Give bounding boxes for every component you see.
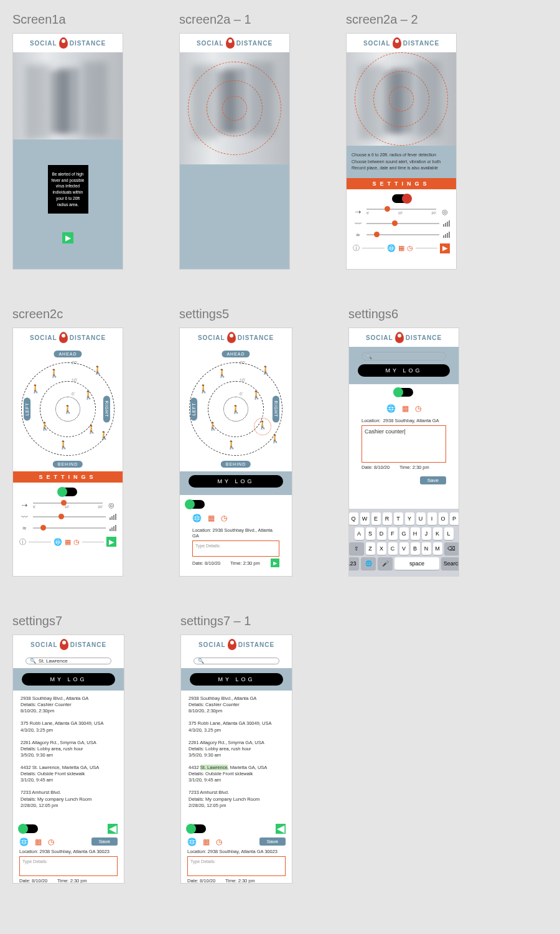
radar-view: AHEAD BEHIND LEFT RIGHT 6' 10' 20' 🚶 🚶 🚶… bbox=[13, 347, 123, 471]
log-item[interactable]: 4432 St. Lawrence, Marietta GA, USADetai… bbox=[21, 765, 116, 783]
vibration-slider[interactable]: ≈ bbox=[353, 231, 450, 238]
power-toggle[interactable] bbox=[58, 488, 77, 496]
app-logo: SOCIALDISTANCE bbox=[349, 328, 459, 347]
settings-header[interactable]: SETTINGS bbox=[347, 178, 456, 189]
keyboard[interactable]: QWERTYUIOP ASDFGHJKL ⇧ZXCVBNM⌫ 123🌐🎤spac… bbox=[349, 509, 459, 576]
log-list: 2938 Southbay Blvd., Atlanta GADetails: … bbox=[181, 691, 292, 820]
save-button[interactable]: Save bbox=[420, 476, 446, 484]
log-item[interactable]: 2261 Allagory Rd., Smyrna GA, USADetails… bbox=[189, 740, 284, 758]
globe-icon[interactable]: 🌐 bbox=[192, 514, 202, 522]
clock-icon[interactable]: ◷ bbox=[415, 404, 421, 413]
screen-label: Screen1a bbox=[12, 12, 123, 27]
clock-icon[interactable]: ◷ bbox=[407, 244, 413, 252]
screen-label: screen2a – 2 bbox=[346, 12, 457, 27]
app-logo: SOCIALDISTANCE bbox=[180, 328, 292, 347]
pin-icon bbox=[59, 332, 68, 343]
mylog-header[interactable]: MY LOG bbox=[358, 364, 450, 377]
alert-person-icon: 🚶 bbox=[258, 420, 268, 430]
details-input[interactable]: Cashier counter| bbox=[362, 425, 446, 463]
screen-settings7: SOCIALDISTANCE 🔍 St. Lawrence MY LOG 293… bbox=[12, 634, 124, 884]
info-icon[interactable]: ⓘ bbox=[353, 243, 360, 253]
log-item[interactable]: 7233 Amhurst Blvd.Details: My company Lu… bbox=[21, 790, 116, 808]
backspace-key: ⌫ bbox=[444, 542, 459, 555]
back-button[interactable]: ◀ bbox=[276, 824, 286, 834]
log-item[interactable]: 2261 Allagory Rd., Smyrna GA, USADetails… bbox=[21, 740, 116, 758]
log-toggle[interactable] bbox=[394, 388, 413, 397]
info-icon[interactable]: ⓘ bbox=[19, 537, 26, 547]
clock-icon[interactable]: ◷ bbox=[221, 514, 227, 522]
clock-icon[interactable]: ◷ bbox=[48, 837, 54, 846]
search-input[interactable]: 🔍 bbox=[194, 658, 279, 664]
screen-label: settings6 bbox=[348, 307, 459, 321]
log-item[interactable]: 2938 Southbay Blvd., Atlanta GADetails: … bbox=[21, 696, 116, 714]
app-logo: SOCIALDISTANCE bbox=[180, 34, 289, 52]
globe-icon[interactable]: 🌐 bbox=[19, 837, 29, 846]
people-icon: ⇢ bbox=[19, 501, 29, 509]
globe-icon[interactable]: 🌐 bbox=[187, 837, 197, 846]
radius-slider[interactable]: ⇢ 6'10'20' ◎ bbox=[353, 208, 450, 216]
screen-2a-1: SOCIALDISTANCE bbox=[179, 33, 290, 270]
sound-icon: 〰 bbox=[353, 220, 363, 227]
target-icon: ◎ bbox=[440, 208, 450, 216]
dir-ahead: AHEAD bbox=[54, 351, 82, 357]
save-button[interactable]: Save bbox=[259, 837, 286, 846]
screen-settings6: SOCIALDISTANCE 🔍 MY LOG 🌐▦◷ Location: 29… bbox=[348, 328, 459, 577]
log-toggle[interactable] bbox=[186, 500, 205, 509]
details-input[interactable]: Type Details: bbox=[19, 856, 118, 876]
log-item[interactable]: 4432 St. Lawrence, Marietta GA, USADetai… bbox=[189, 765, 284, 783]
details-input[interactable]: Type Details: bbox=[187, 856, 286, 876]
save-button[interactable]: Save bbox=[91, 837, 118, 846]
mylog-header[interactable]: MY LOG bbox=[190, 673, 283, 686]
clock-icon[interactable]: ◷ bbox=[216, 837, 222, 846]
screen-label: screen2c bbox=[12, 307, 123, 321]
location-value: 2938 Southbay, Atlanta GA 30023 bbox=[208, 849, 278, 854]
calendar-icon[interactable]: ▦ bbox=[203, 837, 210, 846]
calendar-icon[interactable]: ▦ bbox=[398, 244, 404, 252]
details-input[interactable]: Type Details: bbox=[192, 540, 279, 557]
globe-icon[interactable]: 🌐 bbox=[54, 538, 62, 546]
log-item[interactable]: 7233 Amhurst Blvd.Details: My company Lu… bbox=[189, 790, 284, 808]
app-logo: SOCIALDISTANCE bbox=[13, 328, 123, 347]
mylog-header[interactable]: MY LOG bbox=[189, 475, 283, 488]
sound-slider[interactable]: 〰 bbox=[19, 513, 116, 521]
screen-settings7-1: SOCIALDISTANCE 🔍 MY LOG 2938 Southbay Bl… bbox=[180, 634, 292, 884]
calendar-icon[interactable]: ▦ bbox=[65, 538, 71, 546]
clock-icon[interactable]: ◷ bbox=[73, 538, 80, 546]
person-icon: 🚶 bbox=[63, 405, 73, 414]
screen-label: settings5 bbox=[179, 307, 292, 321]
globe-icon[interactable]: 🌐 bbox=[387, 244, 396, 252]
vibration-slider[interactable]: ≈ bbox=[19, 524, 116, 532]
calendar-icon[interactable]: ▦ bbox=[402, 404, 409, 413]
pin-icon bbox=[59, 37, 68, 49]
mic-key: 🎤 bbox=[378, 557, 393, 570]
app-logo: SOCIALDISTANCE bbox=[13, 635, 124, 654]
screen-2c: SOCIALDISTANCE AHEAD BEHIND LEFT RIGHT 6… bbox=[12, 328, 123, 577]
sound-slider[interactable]: 〰 bbox=[353, 220, 450, 227]
next-button[interactable]: ▶ bbox=[106, 537, 116, 547]
globe-icon[interactable]: 🌐 bbox=[386, 404, 396, 413]
screen-label: screen2a – 1 bbox=[179, 12, 290, 27]
next-button[interactable]: ▶ bbox=[271, 559, 279, 567]
search-input[interactable]: 🔍 St. Lawrence bbox=[26, 658, 111, 664]
log-toggle[interactable] bbox=[19, 824, 38, 833]
log-toggle[interactable] bbox=[187, 824, 206, 833]
next-button[interactable]: ▶ bbox=[62, 232, 73, 243]
next-button[interactable]: ▶ bbox=[440, 243, 450, 253]
screen-2a-2: SOCIALDISTANCE Choose a 6 to 20ft. radiu… bbox=[346, 33, 457, 270]
power-toggle[interactable] bbox=[392, 194, 411, 203]
radius-slider[interactable]: ⇢ 6'10'20' ◎ bbox=[19, 501, 116, 509]
log-item[interactable]: 375 Robb Lane, Atlanta GA 30049, USA4/3/… bbox=[189, 720, 284, 733]
calendar-icon[interactable]: ▦ bbox=[208, 514, 215, 522]
back-button[interactable]: ◀ bbox=[108, 824, 118, 834]
calendar-icon[interactable]: ▦ bbox=[35, 837, 42, 846]
mylog-header[interactable]: MY LOG bbox=[22, 673, 115, 686]
app-logo: SOCIALDISTANCE bbox=[181, 635, 292, 654]
feature-description: Choose a 6 to 20ft. radius of fever dete… bbox=[347, 146, 456, 178]
log-item[interactable]: 2938 Southbay Blvd., Atlanta GADetails: … bbox=[189, 696, 284, 714]
search-input[interactable]: 🔍 bbox=[362, 352, 446, 361]
screen-label: settings7 bbox=[12, 614, 124, 628]
log-item[interactable]: 375 Robb Lane, Atlanta GA 30049, USA4/3/… bbox=[21, 720, 116, 733]
hero-image bbox=[13, 52, 123, 139]
target-icon: ◎ bbox=[106, 501, 116, 509]
settings-header[interactable]: SETTINGS bbox=[13, 471, 123, 483]
